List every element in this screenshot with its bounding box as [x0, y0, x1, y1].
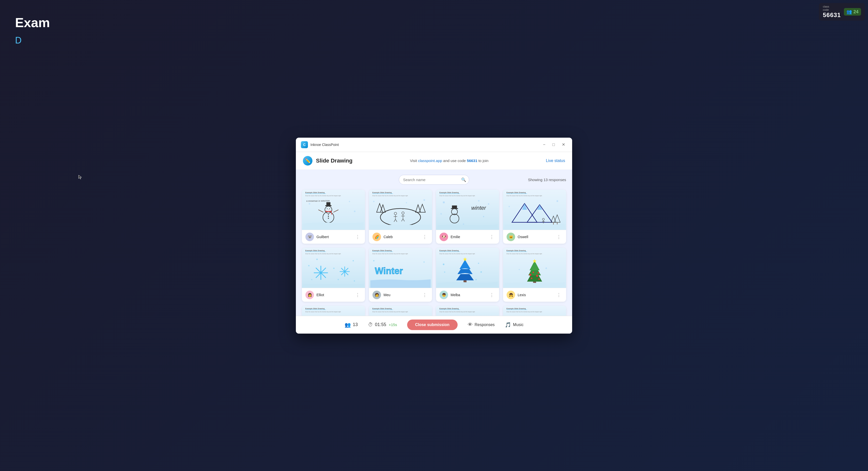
svg-line-35	[403, 219, 405, 221]
svg-text:Example Slide Drawing: Example Slide Drawing	[439, 308, 459, 310]
card-menu-caleb[interactable]: ⋮	[421, 233, 429, 240]
svg-text:❄: ❄	[423, 199, 425, 201]
timer-icon: ⏱	[368, 322, 373, 327]
svg-text:Draw the season that has the s: Draw the season that has the shortest da…	[506, 311, 542, 313]
music-icon: 🎵	[505, 322, 511, 328]
music-action[interactable]: 🎵 Music	[505, 322, 524, 328]
svg-point-121	[538, 278, 540, 280]
svg-text:Example Slide Drawing: Example Slide Drawing	[305, 192, 325, 194]
svg-text:❄: ❄	[308, 202, 310, 205]
card-image-oswell: Example Slide Drawing Draw the season th…	[503, 190, 566, 230]
card-lexis: Example Slide Drawing Draw the season th…	[503, 248, 566, 302]
card-caleb: Example Slide Drawing Draw the season th…	[369, 190, 432, 244]
avatar-guilbert: 🐨	[305, 232, 314, 241]
username-melba: Melba	[451, 293, 460, 297]
classpoint-link[interactable]: classpoint.app	[418, 158, 442, 163]
card-user-emilie: 🐶 Emilie	[439, 232, 460, 241]
svg-text:Draw the season that has the s: Draw the season that has the shortest da…	[305, 253, 341, 254]
svg-point-82	[344, 271, 346, 273]
responses-icon: 👁	[468, 322, 473, 327]
svg-point-10	[328, 214, 329, 215]
svg-text:❄: ❄	[442, 201, 445, 204]
svg-text:❄: ❄	[373, 200, 375, 203]
cards-grid: Example Slide Drawing Draw the season th…	[302, 190, 566, 316]
card-menu-guilbert[interactable]: ⋮	[354, 233, 362, 240]
timer-value: 01:55	[375, 322, 386, 327]
card-menu-emilie[interactable]: ⋮	[488, 233, 496, 240]
class-label: classcode	[823, 5, 841, 11]
close-submission-button[interactable]: Close submission	[407, 319, 458, 330]
svg-text:❄: ❄	[349, 200, 350, 203]
card-guilbert: Example Slide Drawing Draw the season th…	[302, 190, 365, 244]
svg-text:Example Slide Drawing: Example Slide Drawing	[506, 308, 526, 310]
card-user-oswell: 🐱 Oswell	[506, 232, 528, 241]
username-elliot: Elliot	[316, 293, 324, 297]
title-bar-controls: − □ ✕	[541, 141, 567, 148]
search-input[interactable]	[399, 175, 469, 185]
username-lexis: Lexis	[518, 293, 526, 297]
svg-point-117	[536, 275, 538, 277]
card-user-caleb: 🌈 Caleb	[372, 232, 393, 241]
card-user-guilbert: 🐨 Guilbert	[305, 232, 329, 241]
drawing-svg-lexis: Example Slide Drawing Draw the season th…	[503, 248, 566, 288]
svg-marker-101	[460, 260, 471, 269]
card-footer-lexis: 👧 Lexis ⋮	[503, 288, 566, 302]
svg-marker-62	[554, 215, 560, 222]
bottom-bar: 👥 13 ⏱ 01:55 +15s Close submission 👁 Res…	[296, 316, 572, 334]
card-user-melba: 👦 Melba	[439, 291, 460, 299]
card-menu-oswell[interactable]: ⋮	[555, 233, 563, 240]
username-meu: Meu	[383, 293, 390, 297]
header-text-pre: Visit	[410, 158, 418, 163]
svg-text:❄: ❄	[406, 202, 407, 204]
maximize-button[interactable]: □	[550, 142, 557, 148]
svg-point-26	[394, 212, 397, 215]
svg-text:Draw the season that has the s: Draw the season that has the shortest da…	[506, 195, 542, 196]
card-image-partial-1: Example Slide Drawing Draw the season th…	[302, 306, 365, 316]
svg-line-34	[402, 219, 403, 221]
svg-text:Winter: Winter	[375, 266, 403, 276]
svg-text:Draw the season that has the s: Draw the season that has the shortest da…	[439, 311, 475, 313]
search-icon: 🔍	[461, 178, 466, 182]
bg-subtitle: D	[15, 35, 22, 46]
card-meu: Example Slide Drawing Draw the season th…	[369, 248, 432, 302]
svg-text:a snowman in WINTER: a snowman in WINTER	[306, 200, 330, 202]
svg-line-30	[396, 219, 397, 222]
dialog-header: ✏️ Slide Drawing Visit classpoint.app an…	[296, 152, 572, 170]
card-image-melba: Example Slide Drawing Draw the season th…	[436, 248, 499, 288]
card-menu-lexis[interactable]: ⋮	[555, 292, 563, 298]
svg-text:✳: ✳	[556, 199, 559, 203]
header-center: Visit classpoint.app and use code 56631 …	[410, 158, 488, 163]
username-guilbert: Guilbert	[316, 235, 329, 239]
card-menu-elliot[interactable]: ⋮	[354, 292, 362, 298]
minimize-button[interactable]: −	[541, 142, 547, 148]
card-image-caleb: Example Slide Drawing Draw the season th…	[369, 190, 432, 230]
app-name: Inknoe ClassPoint	[310, 143, 339, 147]
live-status-link[interactable]: Live status	[546, 158, 565, 163]
svg-text:❄: ❄	[545, 267, 547, 270]
card-footer-emilie: 🐶 Emilie ⋮	[436, 230, 499, 244]
card-menu-melba[interactable]: ⋮	[488, 292, 496, 298]
svg-rect-47	[451, 208, 458, 209]
close-window-button[interactable]: ✕	[560, 141, 567, 148]
svg-text:Draw the season that has the s: Draw the season that has the shortest da…	[372, 311, 408, 313]
responses-action[interactable]: 👁 Responses	[468, 322, 495, 327]
svg-marker-114	[530, 261, 540, 270]
activity-title: Slide Drawing	[316, 157, 352, 164]
search-button[interactable]: 🔍	[461, 177, 466, 182]
svg-text:❄: ❄	[475, 279, 477, 281]
svg-text:Example Slide Drawing: Example Slide Drawing	[305, 308, 325, 310]
card-menu-meu[interactable]: ⋮	[421, 292, 429, 298]
drawing-svg-partial-4: Example Slide Drawing Draw the season th…	[503, 306, 566, 316]
svg-text:✳: ✳	[308, 264, 310, 267]
svg-text:✳: ✳	[423, 261, 425, 263]
svg-text:Example Slide Drawing: Example Slide Drawing	[372, 250, 392, 252]
class-count-badge: 👥 24	[844, 8, 861, 15]
app-icon: C	[301, 141, 308, 148]
avatar-elliot: 👩	[305, 291, 314, 299]
svg-text:✳: ✳	[337, 278, 339, 281]
dialog-body: 🔍 Showing 13 responses Example Slide Dra…	[296, 170, 572, 316]
time-plus: +15s	[389, 322, 397, 327]
svg-text:✳: ✳	[478, 199, 480, 202]
svg-point-120	[531, 278, 532, 279]
svg-text:Example Slide Drawing: Example Slide Drawing	[506, 250, 526, 252]
